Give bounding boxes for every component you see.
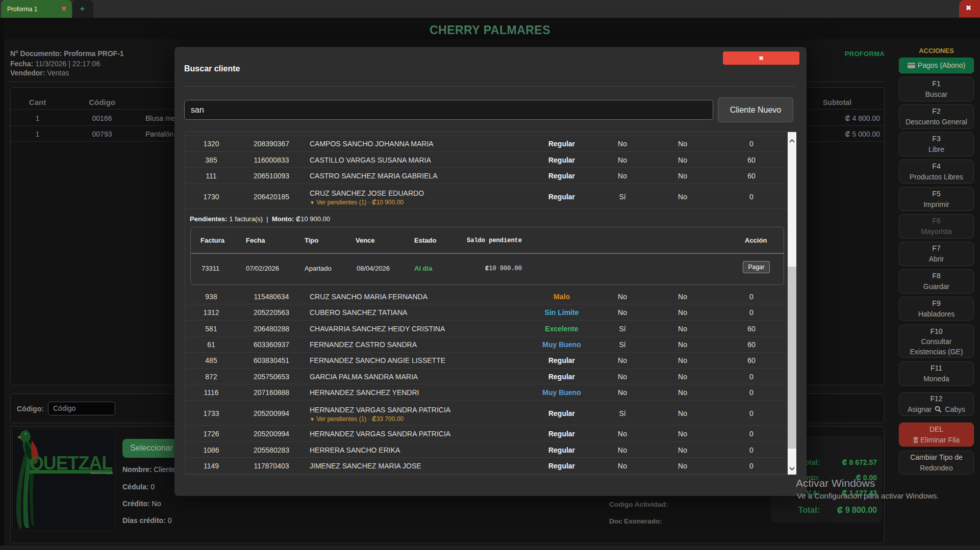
svg-text:Sistema Integral: Sistema Integral — [91, 472, 113, 475]
